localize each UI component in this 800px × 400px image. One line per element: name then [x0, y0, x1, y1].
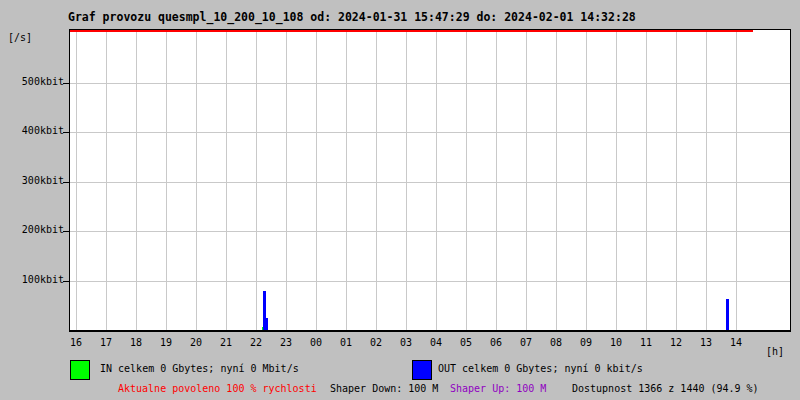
x-tick-label: 18: [121, 337, 151, 348]
v-gridline: [496, 30, 497, 330]
v-gridline: [286, 30, 287, 330]
status-availability: Dostupnost 1366 z 1440 (94.9 %): [572, 383, 759, 394]
x-tick-label: 09: [571, 337, 601, 348]
y-tick-label: 100kbit: [4, 274, 64, 285]
x-tick-label: 10: [601, 337, 631, 348]
traffic-graph-page: Graf provozu quesmpl_10_200_10_108 od: 2…: [0, 0, 800, 400]
h-gridline: [70, 281, 790, 282]
v-gridline: [736, 30, 737, 330]
x-tick-label: 07: [511, 337, 541, 348]
x-tick-label: 13: [691, 337, 721, 348]
x-tick-label: 23: [271, 337, 301, 348]
legend-in-swatch: [70, 360, 90, 380]
y-tick-label: 200kbit: [4, 224, 64, 235]
x-tick-label: 22: [241, 337, 271, 348]
h-gridline: [70, 83, 790, 84]
traffic-bar-out: [266, 318, 268, 330]
v-gridline: [106, 30, 107, 330]
v-gridline: [226, 30, 227, 330]
v-gridline: [436, 30, 437, 330]
x-tick-label: 03: [391, 337, 421, 348]
y-tick-label: 400kbit: [4, 125, 64, 136]
x-tick-label: 08: [541, 337, 571, 348]
v-gridline: [706, 30, 707, 330]
v-gridline: [376, 30, 377, 330]
x-tick-label: 02: [361, 337, 391, 348]
y-axis-unit-label: [/s]: [8, 32, 32, 43]
v-gridline: [406, 30, 407, 330]
v-gridline: [526, 30, 527, 330]
x-tick-label: 17: [91, 337, 121, 348]
v-gridline: [676, 30, 677, 330]
status-allowed-speed: Aktualne povoleno 100 % rychlosti: [118, 383, 317, 394]
v-gridline: [616, 30, 617, 330]
h-gridline: [70, 132, 790, 133]
v-gridline: [136, 30, 137, 330]
x-tick-label: 21: [211, 337, 241, 348]
legend-out-swatch: [412, 360, 432, 380]
x-tick-label: 20: [181, 337, 211, 348]
y-tick-label: 300kbit: [4, 175, 64, 186]
x-tick-label: 01: [331, 337, 361, 348]
status-shaper-up: Shaper Up: 100 M: [450, 383, 546, 394]
status-shaper-down: Shaper Down: 100 M: [330, 383, 438, 394]
graph-title: Graf provozu quesmpl_10_200_10_108 od: 2…: [68, 10, 636, 24]
plot-area: [69, 29, 791, 332]
v-gridline: [586, 30, 587, 330]
v-gridline: [556, 30, 557, 330]
x-tick-label: 16: [61, 337, 91, 348]
allowed-speed-line: [70, 30, 753, 32]
v-gridline: [76, 30, 77, 330]
x-tick-label: 00: [301, 337, 331, 348]
v-gridline: [646, 30, 647, 330]
x-tick-label: 14: [721, 337, 751, 348]
h-gridline: [70, 231, 790, 232]
legend-out-label: OUT celkem 0 Gbytes; nyní 0 kbit/s: [438, 363, 643, 374]
x-tick-label: 12: [661, 337, 691, 348]
v-gridline: [196, 30, 197, 330]
x-axis-unit-label: [h]: [766, 346, 784, 357]
v-gridline: [346, 30, 347, 330]
legend-in-label: IN celkem 0 Gbytes; nyní 0 Mbit/s: [100, 363, 299, 374]
v-gridline: [166, 30, 167, 330]
v-gridline: [466, 30, 467, 330]
x-tick-label: 19: [151, 337, 181, 348]
x-tick-label: 11: [631, 337, 661, 348]
y-tick-label: 500kbit: [4, 76, 64, 87]
traffic-bar-out: [726, 299, 729, 330]
x-tick-label: 05: [451, 337, 481, 348]
x-tick-label: 04: [421, 337, 451, 348]
v-gridline: [316, 30, 317, 330]
x-tick-label: 06: [481, 337, 511, 348]
h-gridline: [70, 182, 790, 183]
v-gridline: [256, 30, 257, 330]
